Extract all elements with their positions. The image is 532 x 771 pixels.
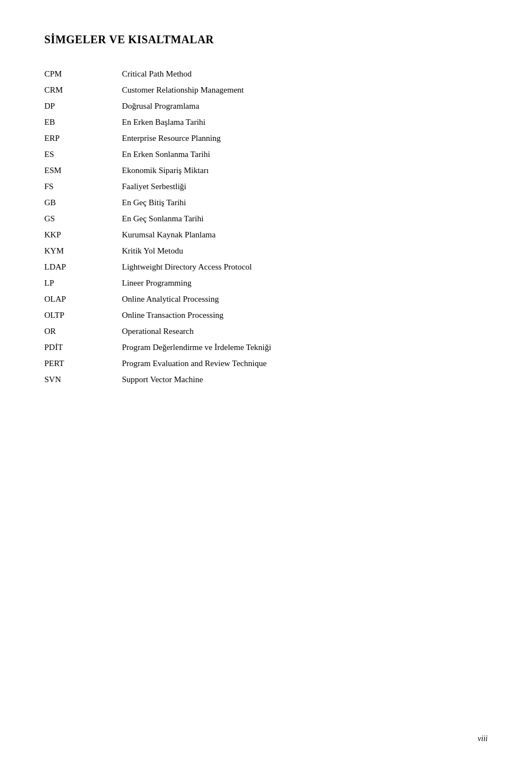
- table-row: PERTProgram Evaluation and Review Techni…: [44, 356, 488, 372]
- table-row: GBEn Geç Bitiş Tarihi: [44, 195, 488, 211]
- definition-cell: Enterprise Resource Planning: [122, 130, 488, 146]
- abbreviation-cell: PDİT: [44, 339, 122, 356]
- definition-cell: Kritik Yol Metodu: [122, 243, 488, 259]
- table-row: ESEn Erken Sonlanma Tarihi: [44, 146, 488, 163]
- abbreviation-cell: KKP: [44, 227, 122, 243]
- definition-cell: En Geç Sonlanma Tarihi: [122, 211, 488, 227]
- definition-cell: Doğrusal Programlama: [122, 98, 488, 114]
- table-row: PDİTProgram Değerlendirme ve İrdeleme Te…: [44, 339, 488, 356]
- page-number: viii: [478, 734, 488, 743]
- definition-cell: Support Vector Machine: [122, 372, 488, 388]
- definition-cell: En Erken Başlama Tarihi: [122, 114, 488, 130]
- definition-cell: Online Analytical Processing: [122, 291, 488, 307]
- abbreviation-cell: OLAP: [44, 291, 122, 307]
- abbreviation-cell: GS: [44, 211, 122, 227]
- abbreviation-cell: GB: [44, 195, 122, 211]
- definition-cell: En Erken Sonlanma Tarihi: [122, 146, 488, 163]
- table-row: KYMKritik Yol Metodu: [44, 243, 488, 259]
- table-row: CPMCritical Path Method: [44, 66, 488, 82]
- page-title: SİMGELER VE KISALTMALAR: [44, 33, 488, 46]
- definition-cell: Program Evaluation and Review Technique: [122, 356, 488, 372]
- table-row: OLTPOnline Transaction Processing: [44, 307, 488, 323]
- abbreviation-cell: CPM: [44, 66, 122, 82]
- table-row: FSFaaliyet Serbestliği: [44, 179, 488, 195]
- abbreviation-cell: EB: [44, 114, 122, 130]
- abbreviation-cell: OR: [44, 323, 122, 339]
- definition-cell: En Geç Bitiş Tarihi: [122, 195, 488, 211]
- definition-cell: Lineer Programming: [122, 275, 488, 291]
- definition-cell: Ekonomik Sipariş Miktarı: [122, 163, 488, 179]
- abbreviation-cell: KYM: [44, 243, 122, 259]
- table-row: ESMEkonomik Sipariş Miktarı: [44, 163, 488, 179]
- definition-cell: Faaliyet Serbestliği: [122, 179, 488, 195]
- table-row: CRMCustomer Relationship Management: [44, 82, 488, 98]
- abbreviation-cell: FS: [44, 179, 122, 195]
- table-row: EBEn Erken Başlama Tarihi: [44, 114, 488, 130]
- definition-cell: Lightweight Directory Access Protocol: [122, 259, 488, 275]
- abbreviation-cell: ERP: [44, 130, 122, 146]
- table-row: LDAPLightweight Directory Access Protoco…: [44, 259, 488, 275]
- table-row: OROperational Research: [44, 323, 488, 339]
- abbreviation-cell: ESM: [44, 163, 122, 179]
- abbreviation-cell: ES: [44, 146, 122, 163]
- table-row: SVNSupport Vector Machine: [44, 372, 488, 388]
- definition-cell: Operational Research: [122, 323, 488, 339]
- abbreviation-cell: OLTP: [44, 307, 122, 323]
- table-row: LPLineer Programming: [44, 275, 488, 291]
- table-row: GSEn Geç Sonlanma Tarihi: [44, 211, 488, 227]
- definition-cell: Kurumsal Kaynak Planlama: [122, 227, 488, 243]
- table-row: KKPKurumsal Kaynak Planlama: [44, 227, 488, 243]
- definition-cell: Program Değerlendirme ve İrdeleme Tekniğ…: [122, 339, 488, 356]
- abbreviation-cell: SVN: [44, 372, 122, 388]
- definition-cell: Online Transaction Processing: [122, 307, 488, 323]
- table-row: DPDoğrusal Programlama: [44, 98, 488, 114]
- definition-cell: Customer Relationship Management: [122, 82, 488, 98]
- abbreviation-cell: LP: [44, 275, 122, 291]
- abbreviations-table: CPMCritical Path MethodCRMCustomer Relat…: [44, 66, 488, 388]
- definition-cell: Critical Path Method: [122, 66, 488, 82]
- table-row: OLAPOnline Analytical Processing: [44, 291, 488, 307]
- abbreviation-cell: LDAP: [44, 259, 122, 275]
- abbreviation-cell: PERT: [44, 356, 122, 372]
- table-row: ERPEnterprise Resource Planning: [44, 130, 488, 146]
- abbreviation-cell: DP: [44, 98, 122, 114]
- abbreviation-cell: CRM: [44, 82, 122, 98]
